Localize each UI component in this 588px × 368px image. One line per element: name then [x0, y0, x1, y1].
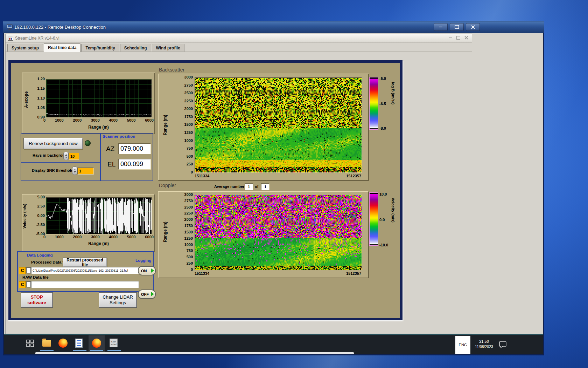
velocity-x-tick: 3000 [91, 235, 99, 239]
scan-icon-line2: sched [110, 343, 117, 346]
renew-background-button[interactable]: Renew background now [23, 138, 83, 149]
average-of-label: of [255, 184, 258, 189]
tab-wind-profile[interactable]: Wind profile [152, 44, 184, 52]
spinner-down-icon[interactable] [74, 171, 76, 173]
remote-desktop-icon [7, 24, 13, 30]
az-label: AZ [106, 145, 114, 153]
data-logging-group: Data Logging Processed Data file Restart… [17, 251, 154, 292]
velocity-x-axis: 0100020003000400050006000 [43, 235, 154, 239]
scanner-position-group: Scanner position AZ 079.000 EL 000.099 [100, 133, 153, 181]
file-explorer-icon[interactable] [42, 340, 51, 347]
snr-value-field[interactable]: 1 [77, 168, 94, 175]
close-icon [471, 25, 475, 29]
tab-strip: System setup Real time data Temp/humidit… [6, 43, 472, 52]
ascope-y-tick: 1.20 [37, 77, 45, 81]
processed-browse-icon[interactable] [26, 267, 31, 273]
stop-software-button[interactable]: STOP software [21, 292, 53, 308]
snr-spinner[interactable] [72, 166, 77, 175]
range-y-tick: 3000 [184, 193, 193, 197]
range-y-tick: 750 [187, 146, 193, 150]
time-end-label: 1512357 [346, 174, 361, 178]
tab-temp-humidity[interactable]: Temp/humidity [81, 44, 119, 52]
ascope-x-tick: 2000 [73, 118, 82, 122]
doppler-y-axis-label: Range (m) [163, 211, 168, 253]
average-number-field[interactable]: 1 [245, 183, 253, 190]
ascope-x-tick: 5000 [127, 118, 135, 122]
rays-value-field[interactable]: 10 [69, 153, 79, 160]
average-total-field[interactable]: 1 [261, 183, 270, 190]
clock[interactable]: 21:50 11/08/2023 [471, 339, 497, 349]
desktop: 192.168.0.122 - Remote Desktop Connectio… [0, 0, 588, 368]
restart-processed-file-button[interactable]: Restart processed file [63, 258, 107, 267]
logging-label: Logging [135, 258, 151, 263]
ascope-x-tick: 6000 [145, 118, 153, 122]
raw-drive-box[interactable]: C [19, 281, 26, 288]
language-indicator[interactable]: ENG [455, 336, 470, 354]
velocity-x-tick: 0 [43, 235, 46, 239]
backscatter-y-axis-label: Range (m) [163, 104, 168, 146]
minimize-button[interactable] [434, 23, 448, 31]
scan-scheduler-icon[interactable]: Scan sched [110, 339, 118, 347]
doppler-colorbar-tick: 10.0 [379, 192, 387, 196]
active-app-highlight[interactable] [89, 335, 105, 354]
raw-browse-icon[interactable] [26, 281, 31, 287]
velocity-x-tick: 6000 [145, 235, 153, 239]
task-view-icon[interactable] [26, 339, 35, 348]
tab-system-setup[interactable]: System setup [7, 44, 43, 52]
time-start-label: 1511334 [195, 174, 209, 178]
ascope-y-tick: 1.05 [37, 106, 45, 110]
maximize-button[interactable] [450, 23, 464, 31]
remote-desktop-area: StreamLine XR v14-6.vi System setup Real… [4, 33, 543, 354]
velocity-x-tick: 2000 [73, 235, 82, 239]
app-close-icon[interactable] [464, 36, 468, 40]
close-button[interactable] [466, 23, 480, 31]
tab-real-time-data[interactable]: Real time data [44, 43, 80, 52]
range-y-tick: 2500 [184, 91, 193, 95]
raw-path-field[interactable] [31, 281, 139, 288]
scanner-position-title: Scanner position [103, 134, 135, 138]
velocity-graph-panel: 5.002.500.00-2.50-5.00 Velocity (m/s) 01… [22, 194, 155, 252]
average-number-label: Average number [214, 184, 244, 189]
velocity-x-tick: 1000 [55, 235, 63, 239]
rdp-window-controls [434, 23, 480, 31]
velocity-y-tick: 2.50 [37, 204, 45, 208]
backscatter-colorbar-tick: -6.5 [379, 102, 386, 106]
app-maximize-icon[interactable] [456, 36, 460, 40]
backscatter-heatmap-canvas [195, 77, 362, 173]
az-value-field[interactable]: 079.000 [118, 143, 151, 154]
range-y-tick: 1250 [184, 131, 193, 135]
rdp-titlebar[interactable]: 192.168.0.122 - Remote Desktop Connectio… [3, 21, 544, 33]
change-button-line2: Settings [110, 300, 126, 306]
velocity-y-axis: 5.002.500.00-2.50-5.00 [27, 195, 45, 236]
doppler-colorbar-tick: 0.0 [379, 218, 385, 222]
action-center-icon[interactable] [499, 341, 507, 348]
tab-scheduling[interactable]: Scheduling [120, 44, 151, 52]
background-controls-group: Renew background now Rays in background … [21, 133, 100, 163]
clock-date: 11/08/2023 [471, 344, 497, 349]
spinner-up-icon[interactable] [65, 154, 67, 156]
processed-logging-on-button[interactable]: ON [138, 266, 156, 275]
labview-vi-icon [8, 36, 13, 41]
app-minimize-icon[interactable] [449, 38, 452, 38]
backscatter-title: Backscatter [159, 67, 184, 73]
spinner-down-icon[interactable] [65, 157, 67, 158]
velocity-x-axis-label: Range (m) [46, 241, 151, 246]
notepad-document-icon[interactable] [75, 339, 83, 348]
processed-drive-box[interactable]: C [19, 267, 26, 274]
change-lidar-settings-button[interactable]: Change LiDAR Settings [99, 292, 137, 308]
el-value-field[interactable]: 000.099 [118, 159, 151, 170]
range-y-tick: 2750 [184, 83, 193, 87]
range-y-tick: 500 [187, 155, 193, 158]
firefox-icon[interactable] [58, 339, 68, 348]
spinner-up-icon[interactable] [74, 169, 76, 170]
range-y-tick: 3000 [184, 75, 193, 79]
rays-spinner[interactable] [63, 152, 69, 160]
velocity-x-tick: 5000 [127, 235, 135, 239]
raw-logging-off-button[interactable]: OFF [138, 289, 156, 299]
stop-button-line1: STOP [30, 294, 43, 300]
app-titlebar[interactable]: StreamLine XR v14-6.vi [6, 34, 472, 43]
range-y-tick: 250 [187, 162, 193, 166]
running-indicator [90, 350, 103, 351]
processed-path-field[interactable]: C:\Lidar\Data\Proc\2023\202308\20230811\… [31, 267, 139, 274]
firefox-active-icon[interactable] [92, 339, 101, 348]
